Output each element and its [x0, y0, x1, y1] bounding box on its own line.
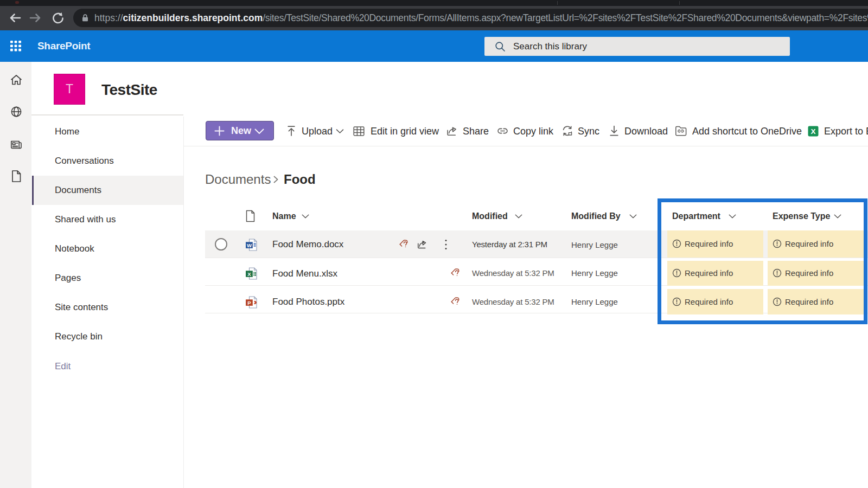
svg-text:X: X — [247, 271, 251, 277]
svg-text:P: P — [247, 300, 251, 306]
svg-text:W: W — [247, 242, 252, 248]
svg-text:X: X — [810, 127, 815, 136]
